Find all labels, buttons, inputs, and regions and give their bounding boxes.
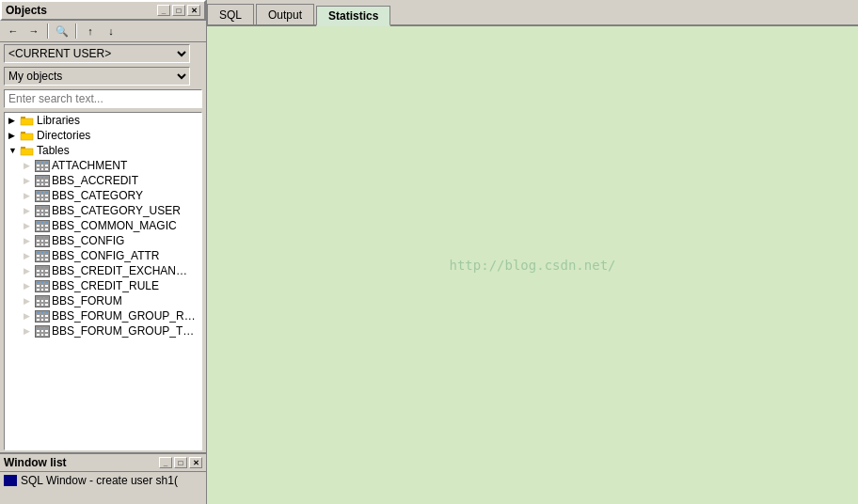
table-icon bbox=[35, 325, 50, 338]
tab-statistics[interactable]: Statistics bbox=[316, 6, 390, 26]
expand-icon: ▼ bbox=[8, 146, 20, 155]
table-icon bbox=[35, 295, 50, 307]
folder-icon bbox=[20, 114, 35, 127]
table-icon bbox=[35, 235, 50, 247]
tree-item-label: ATTACHMENT bbox=[52, 159, 127, 172]
svg-rect-3 bbox=[21, 134, 33, 140]
window-list-title: Window list bbox=[4, 456, 67, 469]
sql-window-icon bbox=[4, 475, 17, 486]
svg-rect-1 bbox=[21, 118, 33, 125]
tree-item[interactable]: ▶BBS_CONFIG bbox=[5, 233, 201, 248]
wl-minimize-btn[interactable]: _ bbox=[159, 457, 172, 468]
tree-item[interactable]: ▼Tables bbox=[5, 143, 201, 158]
tree-item[interactable]: ▶BBS_CREDIT_EXCHAN… bbox=[5, 263, 201, 278]
tree-item[interactable]: ▶BBS_CREDIT_RULE bbox=[5, 278, 201, 293]
objects-panel-title: Objects bbox=[6, 4, 47, 17]
folder-icon bbox=[20, 144, 35, 157]
expand-icon: ▶ bbox=[24, 221, 35, 230]
folder-icon bbox=[20, 129, 35, 142]
table-icon bbox=[35, 205, 50, 217]
forward-btn[interactable]: → bbox=[24, 23, 43, 39]
tab-sql[interactable]: SQL bbox=[207, 4, 254, 24]
table-icon bbox=[35, 265, 50, 277]
expand-icon: ▶ bbox=[24, 281, 35, 291]
svg-rect-2 bbox=[21, 132, 25, 134]
tree-item-label: BBS_COMMON_MAGIC bbox=[52, 219, 177, 232]
tree-item[interactable]: ▶BBS_FORUM_GROUP_T… bbox=[5, 323, 201, 339]
window-list-controls: _ □ ✕ bbox=[159, 457, 202, 468]
search-input[interactable] bbox=[4, 89, 202, 108]
search-btn[interactable]: 🔍 bbox=[53, 23, 72, 39]
tree-item-label: BBS_CATEGORY_USER bbox=[52, 204, 181, 217]
expand-icon: ▶ bbox=[24, 176, 35, 185]
objects-panel-header: Objects _ □ ✕ bbox=[0, 0, 206, 21]
objects-panel-controls: _ □ ✕ bbox=[157, 5, 200, 16]
wl-close-btn[interactable]: ✕ bbox=[189, 457, 202, 468]
window-list-item-label: SQL Window - create user sh1( bbox=[21, 474, 178, 487]
tree-item-label: BBS_CREDIT_EXCHAN… bbox=[52, 264, 187, 277]
user-dropdown[interactable]: <CURRENT USER> bbox=[4, 44, 190, 63]
tree-item-label: Directories bbox=[37, 129, 90, 142]
toolbar-sep1 bbox=[47, 24, 49, 39]
window-list-header: Window list _ □ ✕ bbox=[0, 454, 206, 472]
user-dropdown-wrapper: <CURRENT USER> bbox=[4, 44, 190, 63]
tree-item[interactable]: ▶BBS_CATEGORY bbox=[5, 188, 201, 203]
tree-item-label: BBS_FORUM_GROUP_T… bbox=[52, 324, 194, 338]
search-wrapper bbox=[4, 89, 202, 108]
up-btn[interactable]: ↑ bbox=[81, 23, 100, 39]
tree-item[interactable]: ▶BBS_FORUM bbox=[5, 293, 201, 308]
window-list-panel: Window list _ □ ✕ SQL Window - create us… bbox=[0, 452, 206, 504]
close-btn[interactable]: ✕ bbox=[187, 5, 200, 16]
tab-output[interactable]: Output bbox=[256, 4, 314, 24]
expand-icon: ▶ bbox=[24, 191, 35, 200]
content-area: http://blog.csdn.net/ bbox=[207, 26, 858, 504]
table-icon bbox=[35, 310, 50, 323]
minimize-btn[interactable]: _ bbox=[157, 5, 170, 16]
tree-item[interactable]: ▶BBS_CONFIG_ATTR bbox=[5, 248, 201, 263]
restore-btn[interactable]: □ bbox=[172, 5, 185, 16]
expand-icon: ▶ bbox=[24, 266, 35, 276]
tree-item[interactable]: ▶BBS_COMMON_MAGIC bbox=[5, 218, 201, 233]
objects-toolbar: ← → 🔍 ↑ ↓ bbox=[0, 21, 206, 42]
expand-icon: ▶ bbox=[8, 116, 20, 125]
tree-item-label: BBS_FORUM_GROUP_R… bbox=[52, 309, 196, 323]
tree-item[interactable]: ▶Libraries bbox=[5, 113, 201, 128]
tree-item-label: Tables bbox=[37, 144, 70, 157]
svg-rect-4 bbox=[21, 147, 25, 149]
tree-item[interactable]: ▶BBS_FORUM_GROUP_R… bbox=[5, 308, 201, 323]
tree-item-label: BBS_CREDIT_RULE bbox=[52, 279, 159, 292]
tree-item-label: BBS_CATEGORY bbox=[52, 189, 143, 202]
table-icon bbox=[35, 280, 50, 292]
scope-dropdown[interactable]: My objects bbox=[4, 67, 190, 86]
expand-icon: ▶ bbox=[8, 131, 20, 140]
toolbar-sep2 bbox=[75, 24, 77, 39]
expand-icon: ▶ bbox=[24, 236, 35, 245]
tree-item[interactable]: ▶BBS_ACCREDIT bbox=[5, 173, 201, 188]
tree-item[interactable]: ▶BBS_CATEGORY_USER bbox=[5, 203, 201, 218]
left-panel: Objects _ □ ✕ ← → 🔍 ↑ ↓ <CURRENT USER> bbox=[0, 0, 207, 504]
tree-item[interactable]: ▶ATTACHMENT bbox=[5, 158, 201, 173]
tree-item-label: BBS_CONFIG bbox=[52, 234, 124, 247]
expand-icon: ▶ bbox=[24, 206, 35, 215]
main-layout: Objects _ □ ✕ ← → 🔍 ↑ ↓ <CURRENT USER> bbox=[0, 0, 858, 504]
wl-restore-btn[interactable]: □ bbox=[174, 457, 187, 468]
tree-area[interactable]: ▶Libraries▶Directories▼Tables▶ATTACHMENT… bbox=[4, 112, 202, 450]
scope-dropdown-wrapper: My objects bbox=[4, 67, 190, 86]
svg-rect-5 bbox=[21, 149, 33, 155]
table-icon bbox=[35, 220, 50, 232]
tree-item-label: BBS_FORUM bbox=[52, 294, 122, 307]
tree-item-label: BBS_ACCREDIT bbox=[52, 174, 138, 187]
down-btn[interactable]: ↓ bbox=[102, 23, 120, 39]
tree-item[interactable]: ▶Directories bbox=[5, 128, 201, 143]
expand-icon: ▶ bbox=[24, 326, 35, 336]
window-list-item[interactable]: SQL Window - create user sh1( bbox=[0, 472, 206, 489]
expand-icon: ▶ bbox=[24, 251, 35, 260]
expand-icon: ▶ bbox=[24, 161, 35, 170]
tree-item-label: Libraries bbox=[37, 114, 80, 127]
back-btn[interactable]: ← bbox=[4, 23, 23, 39]
table-icon bbox=[35, 250, 50, 262]
table-icon bbox=[35, 190, 50, 202]
expand-icon: ▶ bbox=[24, 296, 35, 306]
table-icon bbox=[35, 175, 50, 187]
watermark: http://blog.csdn.net/ bbox=[449, 258, 615, 273]
